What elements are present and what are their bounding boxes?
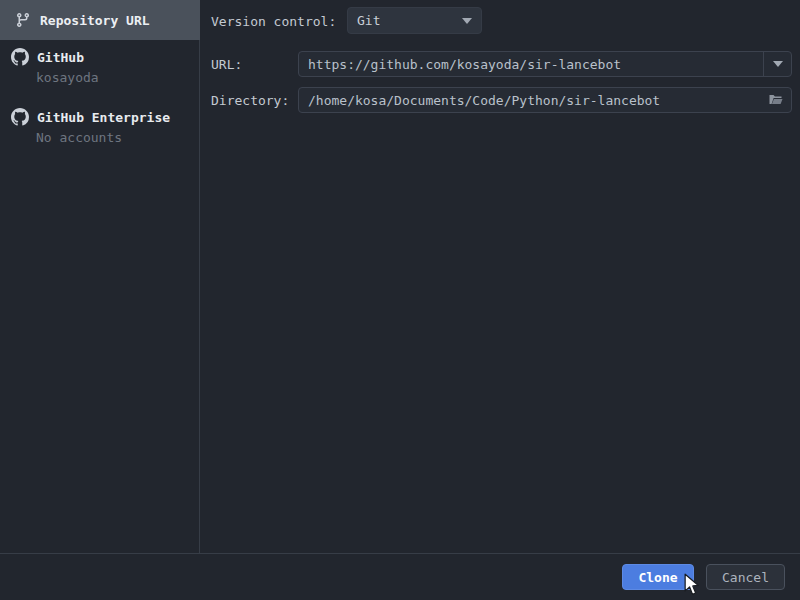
cancel-button[interactable]: Cancel xyxy=(706,564,785,590)
sidebar-item-github-enterprise[interactable]: GitHub Enterprise No accounts xyxy=(0,108,200,145)
sidebar-item-sublabel: kosayoda xyxy=(0,70,200,85)
git-branch-icon xyxy=(15,12,31,28)
sidebar-item-repository-url[interactable]: Repository URL xyxy=(0,0,200,40)
directory-value: /home/kosa/Documents/Code/Python/sir-lan… xyxy=(299,93,761,108)
chevron-down-icon xyxy=(773,61,783,67)
github-icon xyxy=(11,108,29,126)
version-control-select[interactable]: Git xyxy=(347,7,482,34)
dialog-button-bar: Clone Cancel xyxy=(0,553,800,600)
clone-dialog-sidebar: Repository URL GitHub kosayoda GitHub En… xyxy=(0,0,200,553)
directory-label: Directory: xyxy=(211,93,289,108)
directory-input[interactable]: /home/kosa/Documents/Code/Python/sir-lan… xyxy=(298,87,792,113)
url-label: URL: xyxy=(211,57,242,72)
browse-directory-button[interactable] xyxy=(761,88,791,112)
clone-dialog-form: Version control: Git URL: https://github… xyxy=(201,0,800,553)
github-icon xyxy=(11,48,29,66)
clone-button[interactable]: Clone xyxy=(622,564,694,590)
url-history-dropdown-button[interactable] xyxy=(763,52,791,76)
sidebar-item-label: Repository URL xyxy=(40,13,150,28)
version-control-label: Version control: xyxy=(211,14,336,29)
sidebar-item-github[interactable]: GitHub kosayoda xyxy=(0,48,200,85)
sidebar-item-sublabel: No accounts xyxy=(0,130,200,145)
open-folder-icon xyxy=(768,92,784,108)
sidebar-item-label: GitHub xyxy=(37,50,84,65)
url-input[interactable]: https://github.com/kosayoda/sir-lancebot xyxy=(298,51,792,77)
url-value: https://github.com/kosayoda/sir-lancebot xyxy=(299,57,763,72)
version-control-value: Git xyxy=(357,13,380,28)
sidebar-item-label: GitHub Enterprise xyxy=(37,110,170,125)
chevron-down-icon xyxy=(462,18,472,24)
